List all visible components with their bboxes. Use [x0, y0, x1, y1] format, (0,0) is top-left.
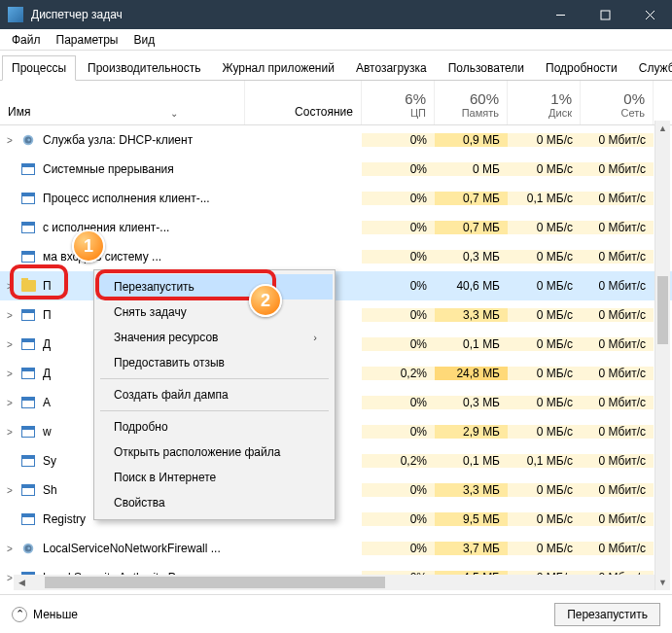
- mem-cell: 3,3 МБ: [435, 308, 508, 322]
- disk-cell: 0 МБ/с: [508, 367, 581, 380]
- cpu-cell: 0%: [362, 396, 435, 409]
- process-name: Процесс исполнения клиент-...: [43, 192, 210, 205]
- col-memory[interactable]: 60%Память: [435, 81, 508, 124]
- cpu-cell: 0%: [362, 133, 435, 147]
- tab-services[interactable]: Службы: [629, 55, 672, 81]
- titlebar[interactable]: Диспетчер задач: [0, 0, 672, 29]
- ctx-end-task[interactable]: Снять задачу: [96, 299, 333, 325]
- vertical-scrollbar[interactable]: ▲ ▼: [654, 121, 670, 590]
- table-row[interactable]: Системные прерывания0%0 МБ0 МБ/с0 Мбит/с: [0, 155, 672, 184]
- column-headers: Имя ⌄ Состояние 6%ЦП 60%Память 1%Диск 0%…: [0, 81, 672, 125]
- disk-cell: 0 МБ/с: [508, 133, 581, 147]
- cpu-cell: 0%: [362, 162, 435, 176]
- ctx-search-online[interactable]: Поиск в Интернете: [96, 465, 333, 490]
- expand-icon[interactable]: >: [0, 310, 19, 321]
- process-name: Registry: [43, 512, 86, 526]
- menu-options[interactable]: Параметры: [49, 30, 126, 50]
- cpu-cell: 0%: [362, 308, 435, 322]
- table-row[interactable]: Процесс исполнения клиент-...0%0,7 МБ0,1…: [0, 184, 672, 213]
- mem-cell: 0,7 МБ: [435, 221, 508, 234]
- submenu-arrow-icon: ›: [313, 332, 317, 343]
- mem-cell: 2,9 МБ: [435, 425, 508, 439]
- tab-startup[interactable]: Автозагрузка: [346, 55, 437, 81]
- disk-cell: 0 МБ/с: [508, 483, 581, 497]
- scroll-up-icon[interactable]: ▲: [655, 121, 670, 136]
- separator: [100, 378, 329, 379]
- cpu-cell: 0%: [362, 192, 435, 205]
- process-icon: [19, 482, 37, 498]
- process-icon: [19, 249, 37, 264]
- net-cell: 0 Мбит/с: [581, 425, 654, 439]
- minimize-button[interactable]: [538, 0, 583, 29]
- expand-icon[interactable]: >: [0, 339, 19, 350]
- ctx-details[interactable]: Подробно: [96, 414, 333, 440]
- expand-icon[interactable]: >: [0, 544, 19, 554]
- process-name: Sy: [43, 454, 56, 468]
- net-cell: 0 Мбит/с: [581, 454, 654, 468]
- col-state[interactable]: Состояние: [245, 81, 362, 124]
- menu-file[interactable]: Файл: [4, 30, 49, 50]
- expand-icon[interactable]: >: [0, 427, 19, 438]
- disk-cell: 0 МБ/с: [508, 542, 581, 555]
- table-row[interactable]: >Служба узла: DHCP-клиент0%0,9 МБ0 МБ/с0…: [0, 125, 672, 155]
- process-name: с исполнения клиент-...: [43, 221, 169, 234]
- table-row[interactable]: >LocalServiceNoNetworkFirewall ...0%3,7 …: [0, 534, 672, 563]
- col-name[interactable]: Имя ⌄: [0, 81, 245, 124]
- expand-icon[interactable]: >: [0, 369, 19, 379]
- net-cell: 0 Мбит/с: [581, 279, 654, 293]
- cpu-cell: 0%: [362, 221, 435, 234]
- tab-users[interactable]: Пользователи: [439, 55, 534, 81]
- mem-cell: 9,5 МБ: [435, 512, 508, 526]
- cpu-cell: 0%: [362, 250, 435, 264]
- process-name: LocalServiceNoNetworkFirewall ...: [43, 542, 221, 555]
- process-name: w: [43, 425, 52, 439]
- disk-cell: 0 МБ/с: [508, 250, 581, 264]
- tab-processes[interactable]: Процессы: [2, 55, 76, 81]
- expand-icon[interactable]: >: [0, 398, 19, 408]
- ctx-properties[interactable]: Свойства: [96, 490, 333, 515]
- expand-icon[interactable]: >: [0, 135, 19, 146]
- col-disk[interactable]: 1%Диск: [508, 81, 581, 124]
- scroll-down-icon[interactable]: ▼: [655, 575, 670, 590]
- process-icon: [19, 453, 37, 469]
- disk-cell: 0 МБ/с: [508, 425, 581, 439]
- mem-cell: 0,3 МБ: [435, 250, 508, 264]
- ctx-open-location[interactable]: Открыть расположение файла: [96, 440, 333, 465]
- separator: [100, 410, 329, 411]
- chevron-up-icon: ⌃: [12, 607, 27, 622]
- tab-app-history[interactable]: Журнал приложений: [213, 55, 344, 81]
- expand-icon[interactable]: >: [0, 281, 19, 292]
- maximize-button[interactable]: [583, 0, 627, 29]
- restart-button[interactable]: Перезапустить: [554, 603, 660, 626]
- process-icon: [19, 424, 37, 440]
- ctx-dump[interactable]: Создать файл дампа: [96, 382, 333, 407]
- tab-performance[interactable]: Производительность: [78, 55, 210, 81]
- cpu-cell: 0,2%: [362, 367, 435, 380]
- context-menu: Перезапустить Снять задачу Значения ресу…: [93, 269, 336, 520]
- process-icon: [19, 132, 37, 148]
- expand-icon[interactable]: >: [0, 485, 19, 496]
- col-cpu[interactable]: 6%ЦП: [362, 81, 435, 124]
- col-network[interactable]: 0%Сеть: [581, 81, 654, 124]
- hscroll-thumb[interactable]: [45, 577, 385, 588]
- fewer-details[interactable]: ⌃ Меньше: [12, 607, 78, 622]
- tab-details[interactable]: Подробности: [536, 55, 627, 81]
- ctx-feedback[interactable]: Предоставить отзыв: [96, 350, 333, 375]
- horizontal-scrollbar[interactable]: ◀: [14, 575, 654, 590]
- tabstrip: Процессы Производительность Журнал прило…: [0, 51, 672, 81]
- scroll-thumb[interactable]: [657, 276, 668, 344]
- net-cell: 0 Мбит/с: [581, 483, 654, 497]
- net-cell: 0 Мбит/с: [581, 308, 654, 322]
- close-button[interactable]: [627, 0, 672, 29]
- ctx-resource-values[interactable]: Значения ресурсов›: [96, 325, 333, 350]
- disk-cell: 0 МБ/с: [508, 162, 581, 176]
- menubar: Файл Параметры Вид: [0, 29, 672, 51]
- cpu-cell: 0%: [362, 279, 435, 293]
- process-name: Д: [43, 367, 51, 380]
- footer: ⌃ Меньше Перезапустить: [0, 594, 672, 633]
- process-icon: [19, 511, 37, 527]
- menu-view[interactable]: Вид: [125, 30, 162, 50]
- scroll-left-icon[interactable]: ◀: [14, 578, 29, 587]
- ctx-restart[interactable]: Перезапустить: [96, 274, 333, 299]
- process-icon: [19, 161, 37, 177]
